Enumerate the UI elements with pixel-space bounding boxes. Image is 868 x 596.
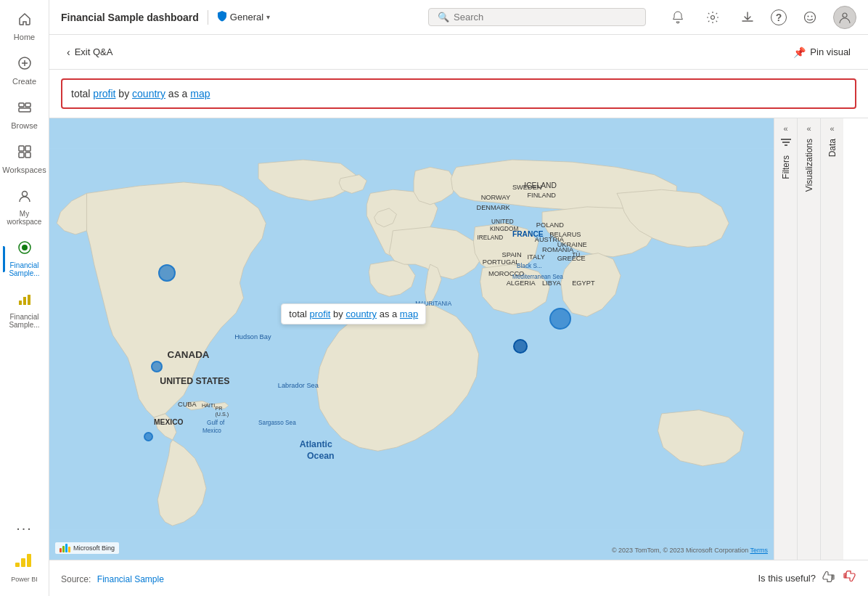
visualizations-panel-label: Visualizations (804, 139, 814, 192)
svg-text:IRELAND: IRELAND (478, 234, 504, 241)
shield-icon (217, 10, 227, 24)
search-icon: 🔍 (438, 12, 449, 23)
qna-footer: Source: Financial Sample Is this useful? (49, 560, 868, 596)
svg-text:SWEDEN: SWEDEN (512, 184, 542, 191)
sidebar-item-create[interactable]: Create (3, 50, 46, 91)
download-button[interactable] (736, 6, 759, 29)
source-link[interactable]: Financial Sample (97, 574, 164, 584)
tooltip-text-by: by (330, 309, 345, 319)
svg-text:TÜ...: TÜ... (572, 251, 585, 258)
bing-logo (60, 544, 70, 552)
map-terms-link[interactable]: Terms (750, 547, 769, 554)
svg-text:Black S...: Black S... (517, 263, 542, 269)
svg-text:Mexico: Mexico (202, 428, 221, 434)
powerbi-label: Power BI (11, 576, 38, 583)
svg-text:POLAND: POLAND (536, 221, 564, 229)
notification-button[interactable] (666, 6, 689, 29)
map-dot-germany (549, 308, 571, 330)
sidebar-item-browse[interactable]: Browse (3, 94, 46, 136)
qna-query-text: total profit by country as a map (71, 88, 210, 99)
svg-rect-17 (21, 558, 25, 567)
chevron-down-icon: ▾ (266, 13, 270, 21)
user-avatar[interactable] (833, 6, 856, 29)
map-copyright: © 2023 TomTom, © 2023 Microsoft Corporat… (612, 547, 768, 554)
svg-text:Mediterranean Sea: Mediterranean Sea (512, 274, 563, 280)
sidebar-item-financial2[interactable]: Financial Sample... (3, 286, 46, 335)
sidebar-item-financial1[interactable]: Financial Sample... (3, 234, 46, 283)
thumbs-down-button[interactable] (842, 569, 856, 587)
smiley-button[interactable] (798, 6, 822, 29)
useful-section: Is this useful? (758, 569, 857, 587)
sidebar-item-workspaces[interactable]: Workspaces (3, 139, 46, 180)
svg-rect-3 (19, 103, 24, 107)
map-dot-france (513, 339, 528, 354)
home-icon (17, 12, 32, 30)
sidebar-item-workspaces-label: Workspaces (2, 166, 46, 174)
filters-icon (780, 137, 792, 150)
help-button[interactable]: ? (771, 9, 787, 25)
svg-rect-4 (19, 108, 30, 112)
exit-qna-button[interactable]: ‹ Exit Q&A (61, 44, 118, 61)
search-input[interactable] (454, 12, 636, 23)
qna-toolbar: ‹ Exit Q&A 📌 Pin visual (49, 35, 868, 70)
data-panel[interactable]: « Data (820, 118, 843, 560)
create-icon (17, 56, 32, 74)
topbar: Financial Sample dashboard General ▾ 🔍 (49, 0, 868, 35)
sidebar-item-home-label: Home (14, 33, 35, 41)
sidebar-item-financial1-label: Financial Sample... (6, 261, 44, 277)
viz-chevron-icon: « (806, 124, 811, 133)
workspaces-icon (17, 144, 32, 163)
pin-visual-button[interactable]: 📌 Pin visual (787, 44, 856, 61)
pin-icon: 📌 (793, 46, 806, 58)
pin-visual-label: Pin visual (810, 46, 851, 57)
topbar-search-box[interactable]: 🔍 (428, 8, 646, 26)
svg-text:PORTUGAL: PORTUGAL (483, 258, 520, 266)
filters-panel-label: Filters (781, 155, 791, 179)
sidebar-item-more[interactable]: ··· (3, 514, 46, 542)
filters-panel[interactable]: « Filters (774, 118, 797, 560)
svg-text:Sargasso Sea: Sargasso Sea (258, 420, 296, 426)
svg-text:DENMARK: DENMARK (477, 204, 511, 211)
map-visual[interactable]: CANADA UNITED STATES MEXICO CUBA HAITI P… (49, 118, 774, 560)
svg-point-10 (22, 192, 27, 197)
svg-text:AUSTRIA: AUSTRIA (535, 236, 565, 243)
qna-area: ‹ Exit Q&A 📌 Pin visual total profit by … (49, 35, 868, 596)
svg-rect-14 (23, 297, 26, 305)
svg-rect-7 (25, 146, 30, 151)
topbar-general-badge[interactable]: General ▾ (217, 10, 270, 24)
svg-text:ROMANIA: ROMANIA (542, 246, 574, 253)
tooltip-text-country: country (345, 309, 377, 319)
svg-point-20 (805, 12, 816, 23)
svg-rect-18 (27, 554, 31, 567)
side-panels: « Filters « Visualizations (774, 118, 868, 560)
tooltip-text-map: map (400, 309, 418, 319)
source-section: Source: Financial Sample (61, 572, 164, 585)
svg-text:Hudson Bay: Hudson Bay (234, 333, 271, 340)
svg-point-19 (711, 15, 715, 19)
map-container: CANADA UNITED STATES MEXICO CUBA HAITI P… (49, 118, 868, 560)
thumbs-up-button[interactable] (822, 569, 836, 587)
svg-point-21 (808, 15, 809, 17)
map-dot-mexico (144, 432, 153, 441)
myworkspace-icon (17, 189, 32, 207)
qna-input-area: total profit by country as a map (49, 70, 868, 118)
data-panel-label: Data (827, 139, 838, 157)
svg-text:Gulf of: Gulf of (207, 420, 225, 426)
svg-text:Ocean: Ocean (307, 451, 335, 461)
svg-point-22 (811, 15, 813, 17)
map-tooltip: total profit by country as a map (281, 303, 426, 324)
tooltip-text-plain: total (289, 309, 309, 319)
svg-text:CANADA: CANADA (168, 349, 210, 360)
financial-sample-active-indicator (3, 246, 5, 272)
sidebar-item-myworkspace[interactable]: My workspace (3, 183, 46, 232)
svg-text:ALGERIA: ALGERIA (507, 279, 536, 287)
svg-text:LIBYA: LIBYA (542, 279, 561, 287)
powerbi-logo-container: Power BI (11, 545, 38, 590)
sidebar: Home Create Browse (0, 0, 49, 596)
bing-badge-label: Microsoft Bing (73, 544, 115, 552)
sidebar-item-home[interactable]: Home (3, 6, 46, 47)
svg-rect-15 (28, 295, 30, 305)
qna-input-box[interactable]: total profit by country as a map (61, 78, 856, 109)
visualizations-panel[interactable]: « Visualizations (797, 118, 820, 560)
settings-button[interactable] (701, 6, 724, 29)
